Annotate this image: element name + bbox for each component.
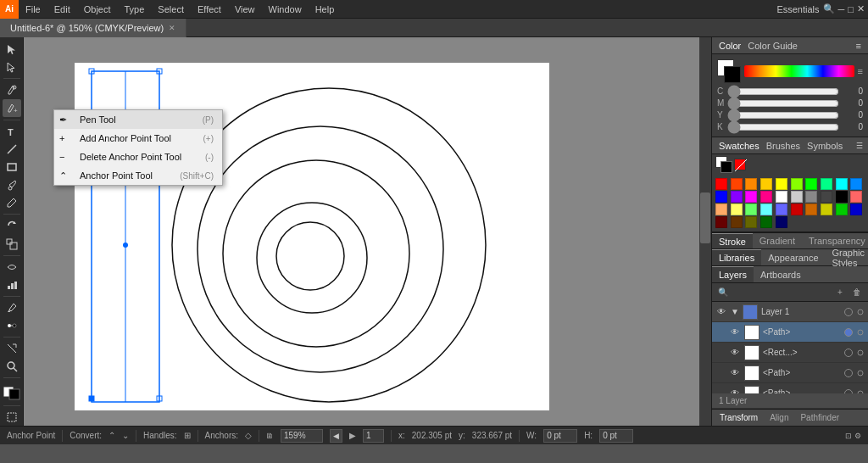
swatch-cell[interactable] xyxy=(836,178,848,190)
slice-tool[interactable] xyxy=(3,340,21,357)
artboards-tab[interactable]: Artboards xyxy=(754,266,808,282)
swatch-cell[interactable] xyxy=(821,178,832,190)
ctx-pen-tool[interactable]: ✒ Pen Tool (P) xyxy=(54,110,222,129)
zoom-input[interactable] xyxy=(281,429,323,443)
ctx-add-anchor[interactable]: + Add Anchor Point Tool (+) xyxy=(54,129,222,148)
pen-tool[interactable] xyxy=(3,81,21,98)
gradient-tab[interactable]: Gradient xyxy=(753,233,802,248)
add-anchor-point-tool[interactable]: + xyxy=(3,99,21,116)
scrollbar-thumb[interactable] xyxy=(700,192,710,243)
brushes-tab[interactable]: Brushes xyxy=(766,141,800,151)
rotate-tool[interactable] xyxy=(3,217,21,234)
swatch-list-view[interactable]: ☰ xyxy=(856,142,863,150)
color-spectrum-bar[interactable] xyxy=(744,65,854,77)
yellow-slider[interactable] xyxy=(727,112,839,119)
menu-select[interactable]: Select xyxy=(151,0,191,18)
menu-window[interactable]: Window xyxy=(262,0,309,18)
align-tab[interactable]: Align xyxy=(765,410,793,426)
search-icon[interactable]: 🔍 xyxy=(823,3,835,14)
swatch-cell[interactable] xyxy=(821,204,832,215)
layer-1-eye[interactable]: 👁 xyxy=(715,306,727,318)
anchors-icon[interactable]: ◇ xyxy=(245,431,252,440)
pathfinder-tab[interactable]: Pathfinder xyxy=(796,410,843,426)
layer-expand-arrow[interactable]: ▼ xyxy=(731,307,739,316)
layers-tab[interactable]: Layers xyxy=(712,266,754,282)
delete-layer-button[interactable]: 🗑 xyxy=(849,285,865,300)
fg-bg-swatch[interactable] xyxy=(717,59,741,83)
swatch-cell[interactable] xyxy=(731,178,743,190)
swatch-cell[interactable] xyxy=(760,204,772,215)
swatch-cell[interactable] xyxy=(745,178,757,190)
swatch-cell[interactable] xyxy=(731,216,743,228)
canvas-area[interactable]: ✒ Pen Tool (P) + Add Anchor Point Tool (… xyxy=(24,37,711,426)
fill-stroke-swatch[interactable] xyxy=(3,381,21,403)
swatch-cell[interactable] xyxy=(805,178,817,190)
swatch-cell[interactable] xyxy=(791,191,803,203)
graphic-styles-tab[interactable]: Graphic Styles xyxy=(826,249,868,265)
canvas-vertical-scrollbar[interactable] xyxy=(699,37,711,426)
column-graph-tool[interactable] xyxy=(3,276,21,293)
document-tab[interactable]: Untitled-6* @ 150% (CMYK/Preview) ✕ xyxy=(0,19,186,37)
color-panel-menu[interactable]: ≡ xyxy=(856,41,861,51)
none-swatch[interactable] xyxy=(734,159,746,170)
magenta-slider[interactable] xyxy=(727,100,839,107)
convert-icon-1[interactable]: ⌃ xyxy=(108,431,115,440)
snap-icon[interactable]: ⊡ xyxy=(845,432,852,440)
pencil-tool[interactable] xyxy=(3,194,21,211)
swatch-cell[interactable] xyxy=(715,191,727,203)
page-input[interactable] xyxy=(363,429,384,443)
swatch-cell[interactable] xyxy=(836,204,848,215)
new-layer-button[interactable]: + xyxy=(832,285,848,300)
artboard-tool[interactable] xyxy=(3,409,21,426)
swatch-cell[interactable] xyxy=(745,204,757,215)
menu-object[interactable]: Object xyxy=(77,0,118,18)
close-button[interactable]: ✕ xyxy=(857,3,865,14)
swatch-cell[interactable] xyxy=(805,204,817,215)
workspace-selector[interactable]: Essentials xyxy=(776,4,819,14)
color-panel-menu2[interactable]: ≡ xyxy=(858,66,863,76)
swatch-cell[interactable] xyxy=(745,191,757,203)
menu-help[interactable]: Help xyxy=(309,0,342,18)
sublayer-2-eye[interactable]: 👁 xyxy=(729,347,741,359)
type-tool[interactable]: T xyxy=(3,123,21,140)
menu-file[interactable]: File xyxy=(19,0,47,18)
swatch-cell[interactable] xyxy=(821,191,832,203)
background-swatch[interactable] xyxy=(724,66,741,83)
handles-icon[interactable]: ⊞ xyxy=(184,431,191,440)
appearance-tab[interactable]: Appearance xyxy=(761,249,825,265)
swatch-cell[interactable] xyxy=(850,178,862,190)
ctx-anchor-point[interactable]: ⌃ Anchor Point Tool (Shift+C) xyxy=(54,166,222,185)
menu-type[interactable]: Type xyxy=(118,0,152,18)
menu-edit[interactable]: Edit xyxy=(47,0,77,18)
layer-1-target[interactable] xyxy=(844,308,853,316)
sublayer-3-target[interactable] xyxy=(844,369,853,377)
swatch-cell[interactable] xyxy=(715,216,727,228)
paintbrush-tool[interactable] xyxy=(3,176,21,193)
sublayer-4-eye[interactable]: 👁 xyxy=(729,388,741,394)
swatch-cell[interactable] xyxy=(731,204,743,215)
direct-selection-tool[interactable] xyxy=(3,59,21,75)
swatch-cell[interactable] xyxy=(760,178,772,190)
minimize-button[interactable]: ─ xyxy=(838,4,845,14)
swatch-cell[interactable] xyxy=(791,178,803,190)
h-input[interactable] xyxy=(599,429,633,443)
cyan-slider[interactable] xyxy=(727,88,839,95)
gpu-icon[interactable]: ⚙ xyxy=(854,432,861,440)
zoom-down-btn[interactable]: ◀ xyxy=(330,429,342,443)
swatch-cell[interactable] xyxy=(760,216,772,228)
swatch-cell[interactable] xyxy=(776,204,787,215)
color-guide-tab[interactable]: Color Guide xyxy=(748,41,798,51)
layer-path-3[interactable]: 👁 <Path> xyxy=(712,383,868,393)
ctx-delete-anchor[interactable]: − Delete Anchor Point Tool (-) xyxy=(54,148,222,166)
sublayer-3-eye[interactable]: 👁 xyxy=(729,367,741,379)
blend-tool[interactable] xyxy=(3,317,21,334)
swatch-cell[interactable] xyxy=(760,191,772,203)
line-tool[interactable] xyxy=(3,141,21,158)
layer-1-lock[interactable] xyxy=(856,308,865,316)
warp-tool[interactable] xyxy=(3,259,21,276)
eyedropper-tool[interactable] xyxy=(3,299,21,316)
rect-tool[interactable] xyxy=(3,159,21,176)
layer-path-2[interactable]: 👁 <Path> xyxy=(712,363,868,383)
scale-tool[interactable] xyxy=(3,235,21,252)
sublayer-2-target[interactable] xyxy=(844,349,853,357)
